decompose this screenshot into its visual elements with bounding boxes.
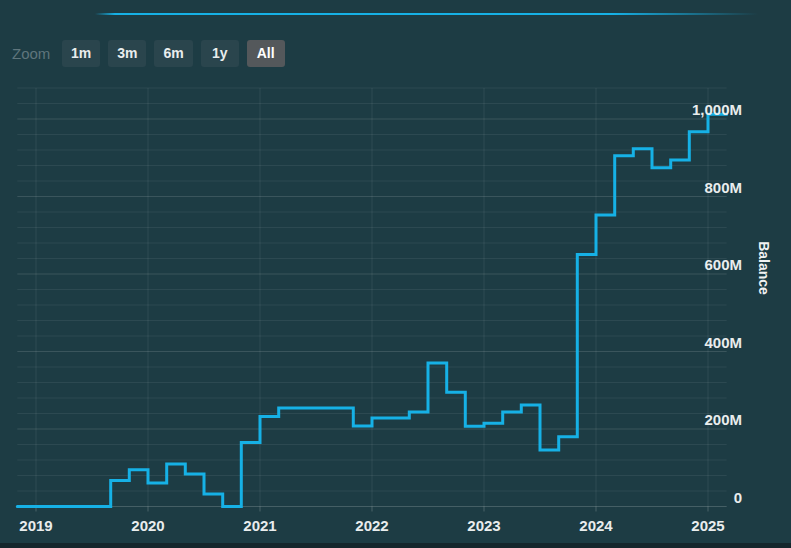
year-gridlines [36, 88, 708, 512]
y-axis-label: 400M [704, 334, 742, 351]
y-axis-label: 200M [704, 411, 742, 428]
x-axis-labels: 2019202020212022202320242025 [19, 517, 724, 534]
x-axis-label: 2020 [131, 517, 164, 534]
x-axis-label: 2021 [243, 517, 276, 534]
x-axis-label: 2024 [579, 517, 613, 534]
y-axis-label: 1,000M [692, 101, 742, 118]
y-axis-label: 800M [704, 179, 742, 196]
y-axis-label: 0 [734, 489, 742, 506]
balance-chart-panel: Zoom 1m3m6m1yAll 0200M400M600M800M1,000M… [0, 0, 791, 548]
y-axis-label: 600M [704, 256, 742, 273]
x-axis-label: 2022 [355, 517, 388, 534]
balance-step-chart[interactable]: 0200M400M600M800M1,000M20192020202120222… [0, 0, 791, 548]
x-axis-label: 2023 [467, 517, 500, 534]
x-axis-label: 2019 [19, 517, 52, 534]
bottom-edge [0, 543, 791, 548]
y-axis-title: Balance [756, 241, 772, 295]
x-axis-label: 2025 [691, 517, 724, 534]
